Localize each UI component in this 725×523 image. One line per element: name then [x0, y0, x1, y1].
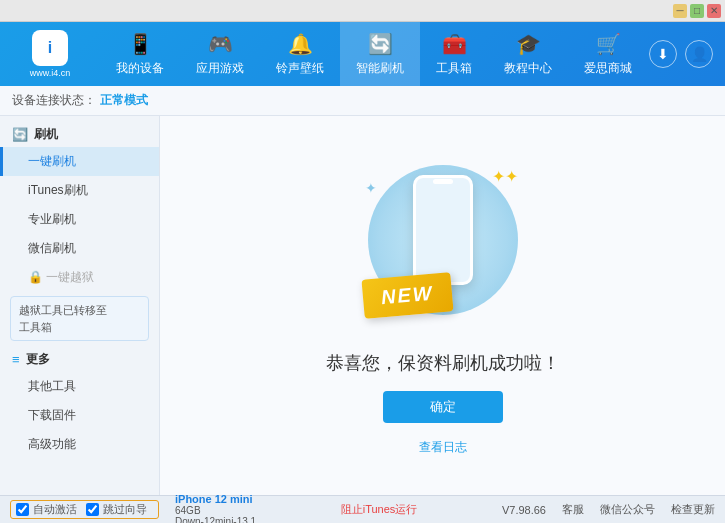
- sidebar-item-pro-flash[interactable]: 专业刷机: [0, 205, 159, 234]
- top-nav: i www.i4.cn 📱 我的设备 🎮 应用游戏 🔔 铃声壁纸 🔄 智能刷机 …: [0, 22, 725, 86]
- nav-icon-ringtone: 🔔: [288, 32, 313, 56]
- nav-label-smart-flash: 智能刷机: [356, 60, 404, 77]
- maximize-button[interactable]: □: [690, 4, 704, 18]
- nav-item-app-game[interactable]: 🎮 应用游戏: [180, 22, 260, 86]
- minimize-button[interactable]: ─: [673, 4, 687, 18]
- nav-icon-smart-flash: 🔄: [368, 32, 393, 56]
- success-text: 恭喜您，保资料刷机成功啦！: [326, 351, 560, 375]
- sidebar-item-jailbreak: 🔒 一键越狱: [0, 263, 159, 292]
- nav-icon-store: 🛒: [596, 32, 621, 56]
- sidebar-item-itunes-flash[interactable]: iTunes刷机: [0, 176, 159, 205]
- bottom-bar: 自动激活跳过向导 iPhone 12 mini 64GB Down-12mini…: [0, 495, 725, 523]
- itunes-stop-area: 阻止iTunes运行: [341, 502, 418, 517]
- content-area: NEW ✦✦ ✦ 恭喜您，保资料刷机成功啦！ 确定 查看日志: [160, 116, 725, 495]
- sidebar-item-other-tools[interactable]: 其他工具: [0, 372, 159, 401]
- nav-item-toolbox[interactable]: 🧰 工具箱: [420, 22, 488, 86]
- sidebar-item-wechat-flash[interactable]: 微信刷机: [0, 234, 159, 263]
- bottom-right: V7.98.66 客服微信公众号检查更新: [502, 502, 715, 517]
- checkbox-label-skip-wizard[interactable]: 跳过向导: [86, 502, 147, 517]
- phone-screen: [416, 178, 470, 282]
- bottom-link-service[interactable]: 客服: [562, 502, 584, 517]
- history-link[interactable]: 查看日志: [419, 439, 467, 456]
- nav-label-app-game: 应用游戏: [196, 60, 244, 77]
- title-bar: ─ □ ✕: [0, 0, 725, 22]
- user-button[interactable]: 👤: [685, 40, 713, 68]
- bottom-left: 自动激活跳过向导 iPhone 12 mini 64GB Down-12mini…: [10, 493, 256, 524]
- section-icon: 🔄: [12, 127, 28, 142]
- bottom-link-update[interactable]: 检查更新: [671, 502, 715, 517]
- bottom-links: 客服微信公众号检查更新: [562, 502, 715, 517]
- status-value: 正常模式: [100, 92, 148, 109]
- checkbox-label-auto-connect[interactable]: 自动激活: [16, 502, 77, 517]
- nav-label-toolbox: 工具箱: [436, 60, 472, 77]
- status-bar: 设备连接状态： 正常模式: [0, 86, 725, 116]
- itunes-stop-button[interactable]: 阻止iTunes运行: [341, 502, 418, 517]
- notice-text: 越狱工具已转移至工具箱: [10, 296, 149, 341]
- star-left: ✦: [365, 180, 377, 196]
- logo-text: www.i4.cn: [30, 68, 71, 78]
- download-button[interactable]: ⬇: [649, 40, 677, 68]
- sidebar-item-one-click-flash[interactable]: 一键刷机: [0, 147, 159, 176]
- bottom-link-wechat[interactable]: 微信公众号: [600, 502, 655, 517]
- logo-area: i www.i4.cn: [0, 30, 100, 78]
- nav-item-ringtone[interactable]: 🔔 铃声壁纸: [260, 22, 340, 86]
- sidebar-notice: 🔒 一键越狱 越狱工具已转移至工具箱: [0, 263, 159, 341]
- confirm-button[interactable]: 确定: [383, 391, 503, 423]
- logo-icon: i: [32, 30, 68, 66]
- version-label: V7.98.66: [502, 504, 546, 516]
- nav-icon-toolbox: 🧰: [442, 32, 467, 56]
- main-layout: 🔄刷机一键刷机iTunes刷机专业刷机微信刷机 🔒 一键越狱 越狱工具已转移至工…: [0, 116, 725, 495]
- close-button[interactable]: ✕: [707, 4, 721, 18]
- nav-icon-tutorial: 🎓: [516, 32, 541, 56]
- checkbox-group: 自动激活跳过向导: [10, 500, 159, 519]
- phone-illustration: NEW ✦✦ ✦: [363, 155, 523, 335]
- device-version: Down-12mini-13,1: [175, 516, 256, 524]
- sidebar-item-advanced[interactable]: 高级功能: [0, 430, 159, 459]
- nav-item-smart-flash[interactable]: 🔄 智能刷机: [340, 22, 420, 86]
- sidebar-section-title: 🔄刷机: [0, 120, 159, 147]
- device-info: iPhone 12 mini 64GB Down-12mini-13,1: [175, 493, 256, 524]
- sidebar-item-download-firmware[interactable]: 下载固件: [0, 401, 159, 430]
- device-storage: 64GB: [175, 505, 256, 516]
- new-badge: NEW: [361, 272, 453, 319]
- sidebar: 🔄刷机一键刷机iTunes刷机专业刷机微信刷机 🔒 一键越狱 越狱工具已转移至工…: [0, 116, 160, 495]
- nav-item-tutorial[interactable]: 🎓 教程中心: [488, 22, 568, 86]
- nav-item-my-device[interactable]: 📱 我的设备: [100, 22, 180, 86]
- nav-icon-my-device: 📱: [128, 32, 153, 56]
- status-prefix: 设备连接状态：: [12, 92, 96, 109]
- nav-label-ringtone: 铃声壁纸: [276, 60, 324, 77]
- nav-right: ⬇ 👤: [649, 40, 725, 68]
- nav-label-tutorial: 教程中心: [504, 60, 552, 77]
- phone-body: [413, 175, 473, 285]
- stars-right: ✦✦: [492, 167, 518, 186]
- hero-container: NEW ✦✦ ✦ 恭喜您，保资料刷机成功啦！ 确定 查看日志: [326, 155, 560, 456]
- section-icon: ≡: [12, 352, 20, 367]
- nav-items: 📱 我的设备 🎮 应用游戏 🔔 铃声壁纸 🔄 智能刷机 🧰 工具箱 🎓 教程中心…: [100, 22, 649, 86]
- sidebar-section-title: ≡更多: [0, 345, 159, 372]
- phone-notch: [433, 179, 453, 184]
- nav-icon-app-game: 🎮: [208, 32, 233, 56]
- checkbox-auto-connect[interactable]: [16, 503, 29, 516]
- checkbox-skip-wizard[interactable]: [86, 503, 99, 516]
- nav-item-store[interactable]: 🛒 爱思商城: [568, 22, 648, 86]
- nav-label-store: 爱思商城: [584, 60, 632, 77]
- nav-label-my-device: 我的设备: [116, 60, 164, 77]
